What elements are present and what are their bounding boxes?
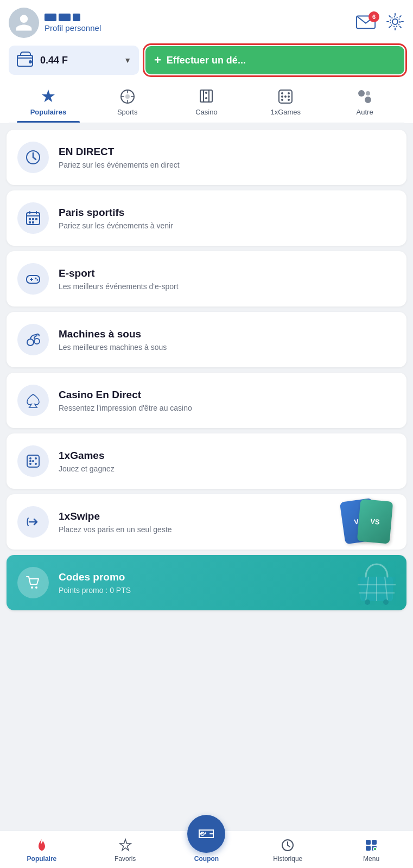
svg-rect-8 (204, 90, 212, 102)
tab-autre[interactable]: Autre (325, 82, 404, 123)
svg-point-16 (288, 95, 290, 98)
bottom-nav-historique[interactable]: Historique (246, 832, 329, 863)
bottom-nav: Populaire Favoris Coupon Historique (0, 831, 413, 868)
1xswipe-subtitle: Placez vos paris en un seul geste (59, 525, 172, 534)
sports-icon (119, 88, 136, 105)
profile-info: Profil personnel (45, 14, 101, 33)
menu-item-casino-direct[interactable]: Casino En Direct Ressentez l'impression … (7, 373, 406, 428)
casino-icon (198, 88, 215, 105)
svg-point-35 (29, 463, 31, 465)
header-left: Profil personnel (9, 8, 101, 38)
bottom-nav-menu-label: Menu (363, 855, 379, 863)
tab-1xgames[interactable]: 1xGames (246, 82, 325, 123)
bottom-nav-menu[interactable]: Menu (329, 832, 413, 863)
1xgames-icon-wrap (17, 445, 49, 477)
svg-point-14 (284, 95, 287, 98)
svg-point-13 (288, 99, 290, 101)
notification-badge: 6 (368, 11, 379, 22)
svg-rect-53 (366, 846, 371, 851)
svg-rect-51 (366, 840, 371, 845)
en-direct-text: EN DIRECT Pariez sur les événements en d… (59, 146, 180, 169)
casino-direct-subtitle: Ressentez l'impression d'être au casino (59, 404, 192, 412)
gear-icon (386, 12, 404, 31)
promo-subtitle: Points promo : 0 PTS (59, 586, 131, 595)
balance-amount: 0.44 F (40, 55, 118, 66)
menu-item-en-direct[interactable]: EN DIRECT Pariez sur les événements en d… (7, 130, 406, 185)
populaires-icon (40, 88, 57, 105)
svg-rect-52 (372, 840, 377, 845)
menu-item-machines-sous[interactable]: Machines à sous Les meilleures machines … (7, 312, 406, 367)
balance-dropdown-arrow[interactable]: ▼ (124, 56, 131, 65)
menu-item-1xswipe[interactable]: 1xSwipe Placez vos paris en un seul gest… (7, 494, 406, 550)
svg-point-29 (37, 279, 39, 281)
tab-1xgames-label: 1xGames (270, 108, 301, 116)
bottom-nav-favoris[interactable]: Favoris (84, 832, 167, 863)
svg-point-39 (31, 586, 33, 589)
svg-rect-23 (32, 218, 34, 220)
svg-point-2 (390, 17, 400, 27)
e-sport-icon-wrap (17, 263, 49, 295)
machines-sous-subtitle: Les meilleures machines à sous (59, 343, 167, 352)
svg-point-33 (29, 457, 31, 459)
star-icon (118, 838, 133, 853)
swipe-cards-image: VS VS (332, 494, 406, 550)
tab-casino[interactable]: Casino (167, 82, 246, 123)
e-sport-subtitle: Les meilleurs événements d'e-sport (59, 282, 179, 291)
casino-direct-text: Casino En Direct Ressentez l'impression … (59, 389, 192, 412)
paris-sportifs-text: Paris sportifs Pariez sur les événements… (59, 207, 173, 230)
1xswipe-text: 1xSwipe Placez vos paris en un seul gest… (59, 510, 172, 534)
tab-populaires[interactable]: Populaires (9, 82, 88, 123)
svg-point-15 (281, 95, 283, 98)
1xgames-icon (277, 88, 294, 105)
ticket-icon (196, 824, 217, 844)
bottom-nav-populaire-label: Populaire (27, 855, 57, 863)
avatar[interactable] (9, 8, 39, 38)
balance-box[interactable]: 0.44 F ▼ (9, 46, 139, 75)
svg-point-48 (383, 599, 389, 605)
bottom-nav-coupon[interactable]: Coupon (167, 815, 246, 863)
svg-point-47 (365, 599, 370, 605)
bottom-nav-populaire[interactable]: Populaire (0, 832, 84, 863)
svg-rect-25 (29, 221, 31, 224)
svg-point-11 (288, 92, 290, 94)
svg-point-37 (32, 460, 34, 462)
menu-item-e-sport[interactable]: E-sport Les meilleurs événements d'e-spo… (7, 251, 406, 307)
promo-card[interactable]: Codes promo Points promo : 0 PTS (7, 555, 406, 610)
svg-rect-7 (200, 90, 209, 102)
1xswipe-title: 1xSwipe (59, 510, 172, 522)
bottom-nav-favoris-label: Favoris (115, 855, 136, 863)
menu-item-1xgames[interactable]: 1xGames Jouez et gagnez (7, 433, 406, 489)
e-sport-title: E-sport (59, 267, 179, 279)
svg-point-19 (366, 91, 370, 95)
basket-deco-icon (352, 558, 401, 607)
menu-item-paris-sportifs[interactable]: Paris sportifs Pariez sur les événements… (7, 190, 406, 246)
history-icon (280, 838, 295, 853)
header: Profil personnel 6 (0, 0, 413, 123)
machines-sous-title: Machines à sous (59, 328, 167, 340)
1xgames-subtitle: Jouez et gagnez (59, 464, 115, 473)
svg-point-12 (281, 99, 283, 101)
calendar-icon (25, 210, 41, 226)
promo-title: Codes promo (59, 571, 131, 583)
machines-sous-text: Machines à sous Les meilleures machines … (59, 328, 167, 352)
settings-button[interactable] (386, 12, 404, 33)
bar-1 (45, 14, 56, 21)
svg-point-6 (125, 94, 130, 99)
tab-autre-label: Autre (357, 108, 373, 116)
profile-label[interactable]: Profil personnel (45, 23, 101, 33)
svg-point-28 (35, 278, 37, 279)
svg-rect-26 (32, 221, 34, 224)
svg-point-1 (392, 19, 398, 24)
notification-button[interactable]: 6 (355, 14, 376, 32)
e-sport-text: E-sport Les meilleurs événements d'e-spo… (59, 267, 179, 291)
deposit-button[interactable]: + Effectuer un dé... (145, 46, 404, 74)
tab-sports[interactable]: Sports (88, 82, 167, 123)
promo-text: Codes promo Points promo : 0 PTS (59, 571, 131, 595)
svg-point-30 (27, 339, 34, 346)
deposit-plus: + (154, 53, 161, 67)
gamepad-icon (25, 271, 41, 287)
bottom-nav-coupon-label: Coupon (194, 855, 219, 863)
profile-bars (45, 14, 101, 21)
deposit-label: Effectuer un dé... (167, 55, 246, 66)
promo-icon-wrap (17, 567, 49, 598)
